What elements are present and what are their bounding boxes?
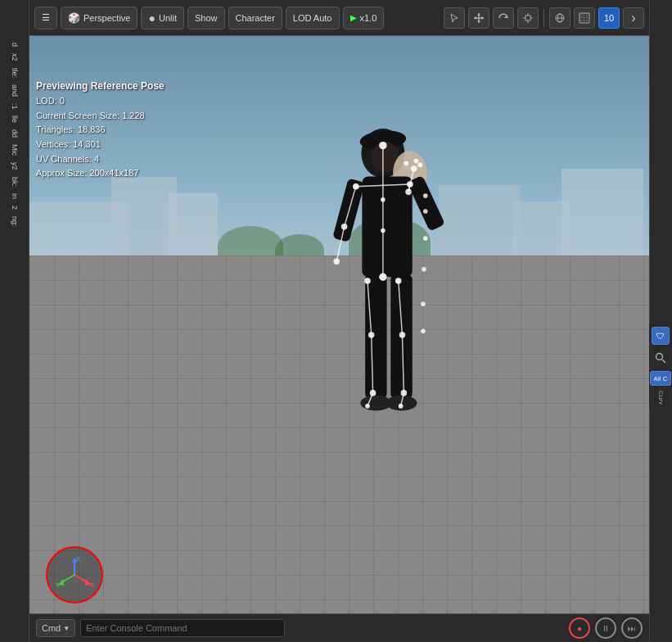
- sidebar-text-12: 2: [9, 204, 20, 211]
- perspective-cube-icon: 🎲: [68, 12, 80, 24]
- svg-rect-8: [525, 16, 530, 20]
- sidebar-text-3: tle:: [9, 66, 20, 79]
- svg-point-54: [414, 159, 419, 164]
- show-label: Show: [195, 13, 218, 23]
- surface-snap-button[interactable]: [574, 7, 595, 29]
- bottom-left-area: Cmd ▼: [36, 619, 562, 637]
- grid-number-label: 10: [604, 13, 614, 23]
- svg-point-67: [399, 404, 404, 409]
- svg-point-73: [423, 193, 428, 198]
- play-speed-button[interactable]: ▶ x1.0: [343, 7, 385, 29]
- svg-point-42: [379, 274, 386, 281]
- right-sidebar: 🛡 All C Curv: [649, 0, 672, 642]
- speed-label: x1.0: [360, 13, 377, 23]
- move-tool-button[interactable]: [468, 7, 489, 29]
- unlit-button[interactable]: ● Unlit: [141, 7, 183, 29]
- svg-point-51: [333, 259, 340, 265]
- sidebar-text-6: lle: [9, 114, 20, 124]
- skip-forward-button[interactable]: ⏭: [621, 617, 643, 639]
- sidebar-text-13: ng:: [9, 215, 20, 228]
- toolbar-right-icons: 10 ›: [444, 7, 644, 29]
- svg-marker-6: [474, 16, 476, 20]
- perspective-label: Perspective: [83, 13, 130, 23]
- svg-marker-4: [477, 13, 480, 16]
- viewport-toolbar: ☰ 🎲 Perspective ● Unlit Show Character L…: [29, 0, 649, 36]
- svg-point-0: [656, 354, 663, 360]
- svg-text:X: X: [90, 581, 95, 589]
- lod-label: LOD Auto: [293, 13, 332, 23]
- svg-point-40: [381, 197, 386, 202]
- gizmo-container: Z X Y: [46, 546, 103, 604]
- hamburger-menu-button[interactable]: ☰: [34, 7, 57, 29]
- svg-marker-5: [477, 20, 480, 23]
- gizmo-svg: Z X Y: [54, 554, 95, 595]
- rotate-tool-button[interactable]: [493, 7, 514, 29]
- svg-point-66: [365, 404, 370, 409]
- bottom-toolbar: Cmd ▼ ● ⏸ ⏭: [29, 613, 649, 642]
- skip-icon: ⏭: [628, 624, 636, 633]
- console-dropdown-button[interactable]: Cmd ▼: [36, 619, 75, 637]
- right-sidebar-curve-label: Curv: [657, 391, 665, 405]
- svg-point-71: [423, 236, 428, 241]
- sidebar-text-10: bk:: [9, 175, 20, 188]
- play-icon: ▶: [350, 13, 357, 22]
- sidebar-text-9: y2: [9, 160, 20, 172]
- sidebar-text-2: x2: [9, 52, 20, 63]
- grid-size-button[interactable]: 10: [598, 7, 620, 29]
- record-icon: ●: [577, 624, 582, 633]
- toolbar-separator-1: [543, 8, 544, 28]
- sidebar-text-1: d: [9, 41, 20, 48]
- viewport-container: ☰ 🎲 Perspective ● Unlit Show Character L…: [29, 0, 649, 613]
- svg-line-1: [662, 359, 665, 363]
- svg-point-41: [381, 228, 386, 233]
- character-svg: [29, 72, 649, 613]
- gizmo-circle: Z X Y: [46, 546, 103, 604]
- svg-point-53: [404, 161, 408, 166]
- right-sidebar-filter-btn[interactable]: All C: [650, 371, 671, 386]
- scale-tool-button[interactable]: [517, 7, 539, 29]
- right-sidebar-shield-btn[interactable]: 🛡: [652, 327, 670, 345]
- show-button[interactable]: Show: [187, 7, 225, 29]
- cmd-label: Cmd: [42, 623, 61, 633]
- svg-point-68: [421, 329, 426, 334]
- svg-rect-27: [362, 176, 412, 277]
- left-sidebar: d x2 tle: and :1 lle dd Mic y2 bk: in 2 …: [0, 0, 29, 642]
- unlit-label: Unlit: [159, 13, 177, 23]
- hamburger-icon: ☰: [42, 12, 50, 23]
- sidebar-text-7: dd: [9, 128, 20, 139]
- character-button[interactable]: Character: [228, 7, 282, 29]
- svg-point-70: [422, 267, 426, 272]
- lod-button[interactable]: LOD Auto: [286, 7, 340, 29]
- svg-text:Y: Y: [56, 581, 61, 589]
- svg-point-52: [411, 165, 417, 172]
- sidebar-text-5: :1: [9, 102, 20, 111]
- record-button[interactable]: ●: [569, 617, 590, 639]
- world-space-button[interactable]: [549, 7, 571, 29]
- scene-container[interactable]: Previewing Reference Pose LOD: 0 Current…: [29, 36, 649, 613]
- console-input-field[interactable]: [80, 619, 285, 637]
- unlit-circle-icon: ●: [148, 11, 155, 25]
- character-label: Character: [236, 13, 275, 23]
- svg-marker-7: [481, 16, 484, 20]
- pause-icon: ⏸: [602, 624, 610, 633]
- sidebar-text-8: Mic: [9, 142, 20, 157]
- sidebar-text-11: in: [9, 192, 20, 201]
- svg-point-55: [417, 162, 422, 167]
- cursor-tool-button[interactable]: [444, 7, 465, 29]
- perspective-button[interactable]: 🎲 Perspective: [61, 7, 138, 29]
- bottom-right-area: ● ⏸ ⏭: [569, 617, 643, 639]
- dropdown-arrow-icon: ▼: [63, 625, 70, 632]
- more-options-button[interactable]: ›: [623, 7, 644, 29]
- right-sidebar-search-icon: [652, 350, 669, 366]
- svg-point-69: [421, 301, 426, 306]
- pause-button[interactable]: ⏸: [595, 617, 616, 639]
- sidebar-text-4: and: [9, 83, 20, 98]
- svg-text:Z: Z: [76, 555, 80, 563]
- svg-point-72: [423, 209, 428, 214]
